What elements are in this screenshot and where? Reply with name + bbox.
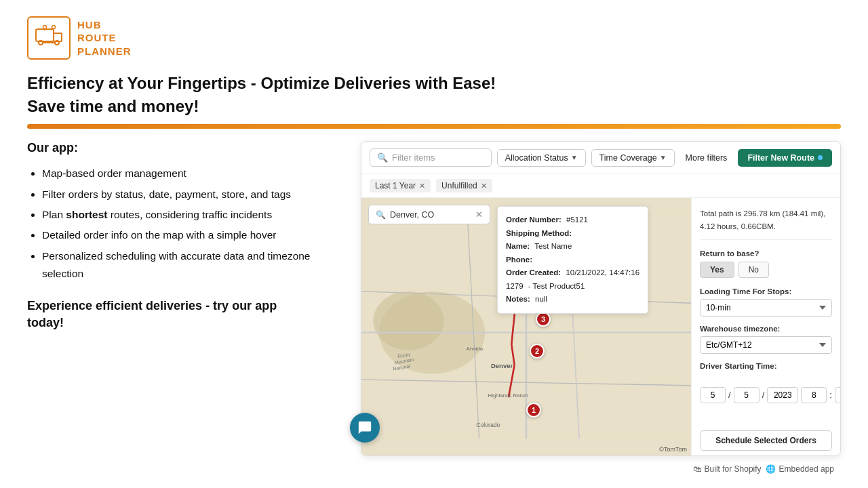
map-copyright: ©TomTom: [659, 446, 687, 453]
loading-time-select[interactable]: 10-min 5-min 15-min 20-min: [700, 299, 832, 317]
svg-point-6: [43, 26, 47, 29]
our-app-label: Our app:: [27, 141, 339, 155]
map-search-icon: 🔍: [376, 210, 386, 220]
app-body: Cheyenne Colorado Highlands Ranch Denver…: [361, 198, 840, 455]
loading-time-label: Loading Time For Stops:: [700, 287, 832, 296]
tag-last-1-year: Last 1 Year ✕: [370, 179, 431, 192]
no-button[interactable]: No: [738, 262, 769, 278]
svg-text:Colorado: Colorado: [476, 422, 500, 428]
map-area[interactable]: Cheyenne Colorado Highlands Ranch Denver…: [361, 198, 691, 455]
search-placeholder: Filter items: [392, 152, 435, 163]
search-box[interactable]: 🔍 Filter items: [370, 148, 492, 167]
svg-point-8: [52, 26, 56, 29]
svg-text:Highlands Ranch: Highlands Ranch: [488, 392, 528, 399]
feature-2: Filter orders by status, date, payment, …: [42, 186, 339, 203]
driver-date-year[interactable]: [767, 387, 798, 403]
more-filters-button[interactable]: More filters: [680, 150, 733, 166]
map-search-clear[interactable]: ✕: [475, 209, 483, 220]
driver-time-row: / / : ✕ □ + − ⊕: [700, 373, 832, 417]
order-popup: Order Number: #5121 Shipping Method: Nam…: [497, 206, 648, 314]
app-screenshot: 🔍 Filter items Allocation Status ▼ Time …: [361, 141, 841, 456]
chevron-down-icon: ▼: [571, 154, 578, 161]
left-panel: Our app: Map-based order management Filt…: [27, 141, 339, 331]
embedded-icon: 🌐: [766, 464, 776, 474]
driver-date-day[interactable]: [734, 387, 760, 403]
svg-point-12: [373, 291, 443, 350]
page-footer: 🛍 Built for Shopify 🌐 Embedded app: [27, 464, 841, 474]
svg-rect-0: [36, 29, 54, 41]
cta-text: Experience efficient deliveries - try ou…: [27, 298, 339, 331]
logo-box: [27, 16, 71, 60]
driver-time-min[interactable]: [835, 387, 840, 403]
svg-point-2: [39, 41, 43, 45]
remove-tag-last-year[interactable]: ✕: [419, 182, 425, 190]
logo-icon: [35, 24, 63, 52]
yes-button[interactable]: Yes: [700, 262, 734, 278]
feature-4: Detailed order info on the map with a si…: [42, 226, 339, 244]
features-list: Map-based order management Filter orders…: [27, 165, 339, 283]
schedule-selected-orders-button[interactable]: Schedule Selected Orders: [700, 430, 832, 451]
filter-new-route-button[interactable]: Filter New Route: [738, 149, 832, 167]
app-toolbar: 🔍 Filter items Allocation Status ▼ Time …: [361, 142, 840, 174]
chat-icon: [357, 420, 372, 435]
search-icon: 🔍: [377, 152, 388, 163]
driver-starting-time-label: Driver Starting Time:: [700, 362, 832, 370]
tag-unfulfilled: Unfulfilled ✕: [436, 179, 492, 192]
remove-tag-unfulfilled[interactable]: ✕: [481, 182, 487, 190]
sidebar-total-path: Total path is 296.78 km (184.41 mil), 4.…: [700, 207, 832, 240]
svg-text:Arvada: Arvada: [466, 346, 483, 352]
embedded-app: 🌐 Embedded app: [766, 464, 834, 474]
warehouse-timezone-select[interactable]: Etc/GMT+12 Etc/GMT+11 Etc/GMT: [700, 336, 832, 354]
yes-no-row: Yes No: [700, 262, 832, 278]
chat-bubble-button[interactable]: [350, 413, 380, 443]
content-row: Our app: Map-based order management Filt…: [27, 141, 841, 456]
filter-tags: Last 1 Year ✕ Unfulfilled ✕: [361, 174, 840, 198]
chevron-down-icon: ▼: [660, 154, 667, 161]
feature-3: Plan shortest routes, considering traffi…: [42, 206, 339, 224]
orange-bar: [27, 124, 841, 129]
built-for-shopify: 🛍 Built for Shopify: [693, 464, 762, 474]
logo-area: HUB ROUTE PLANNER: [27, 16, 841, 60]
warehouse-timezone-label: Warehouse timezone:: [700, 325, 832, 333]
status-dot: [818, 155, 823, 160]
time-coverage-filter[interactable]: Time Coverage ▼: [591, 149, 675, 167]
driver-date-month[interactable]: [700, 387, 726, 403]
svg-text:Denver: Denver: [491, 362, 513, 369]
feature-5: Personalized scheduling with accurate da…: [42, 247, 339, 283]
page: HUB ROUTE PLANNER Efficiency at Your Fin…: [0, 0, 868, 488]
app-sidebar: Total path is 296.78 km (184.41 mil), 4.…: [691, 198, 840, 455]
allocation-status-filter[interactable]: Allocation Status ▼: [497, 149, 586, 167]
shopify-icon: 🛍: [693, 464, 701, 474]
return-to-base-label: Return to base?: [700, 249, 832, 258]
headline: Efficiency at Your Fingertips - Optimize…: [27, 72, 841, 117]
svg-point-3: [55, 41, 59, 45]
feature-1: Map-based order management: [42, 165, 339, 182]
logo-text: HUB ROUTE PLANNER: [77, 18, 132, 58]
driver-time-hour[interactable]: [801, 387, 827, 403]
map-search-box[interactable]: 🔍 Denver, CO ✕: [368, 205, 490, 224]
